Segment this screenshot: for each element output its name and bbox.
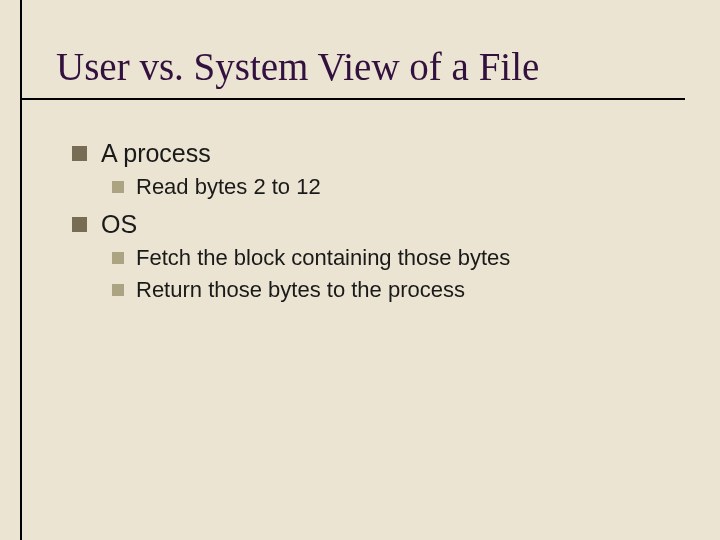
square-bullet-icon [112,284,124,296]
list-item-label: Read bytes 2 to 12 [136,173,321,201]
slide-title: User vs. System View of a File [56,44,539,89]
list-item: Read bytes 2 to 12 [112,173,680,201]
list-item-label: Return those bytes to the process [136,276,465,304]
list-item-label: A process [101,138,211,169]
list-item: A process [72,138,680,169]
square-bullet-icon [72,217,87,232]
list-item-label: Fetch the block containing those bytes [136,244,510,272]
list-item-label: OS [101,209,137,240]
list-item: OS [72,209,680,240]
square-bullet-icon [72,146,87,161]
slide-body: A process Read bytes 2 to 12 OS Fetch th… [72,130,680,311]
list-item: Fetch the block containing those bytes [112,244,680,272]
square-bullet-icon [112,252,124,264]
title-underline [20,98,685,100]
left-rule [20,0,22,540]
square-bullet-icon [112,181,124,193]
list-item: Return those bytes to the process [112,276,680,304]
